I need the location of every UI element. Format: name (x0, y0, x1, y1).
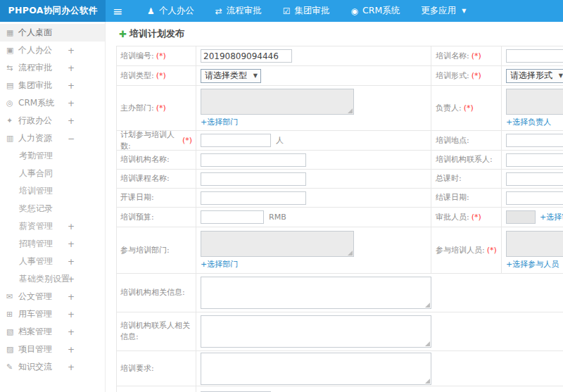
form-row: 主办部门: (*) +选择部门 负责人: (*) +选择负责人 (117, 86, 563, 131)
training-number-input[interactable] (201, 49, 292, 63)
nav-personal-office[interactable]: ♟ 个人办公 (137, 0, 205, 22)
planned-count-input[interactable] (201, 134, 271, 147)
sidebar-item-label: 档案管理 (18, 326, 52, 338)
total-hours-input[interactable] (506, 172, 563, 186)
sidebar-item-hr-contract[interactable]: 人事合同 (0, 165, 105, 182)
sidebar-item-personnel-management[interactable]: 人事管理 + (0, 253, 105, 270)
sidebar-item-human-resources[interactable]: ▥ 人力资源 − (0, 129, 105, 147)
expand-plus-icon[interactable]: + (68, 81, 75, 91)
form-row: 培训课程名称: 总课时: (117, 170, 563, 189)
sidebar-item-training-management[interactable]: 培训管理 (0, 182, 105, 200)
label-cell: 参与培训人员: (*) (431, 227, 502, 274)
expand-plus-icon[interactable]: + (68, 116, 75, 126)
end-date-input[interactable] (506, 191, 563, 205)
training-mode-select[interactable]: 请选择形式 ▼ (506, 69, 563, 83)
required-mark: (*) (487, 246, 497, 255)
org-contact-info-textarea[interactable] (201, 315, 431, 348)
expand-plus-icon[interactable]: + (68, 274, 75, 284)
expand-plus-icon[interactable]: + (68, 63, 75, 73)
select-department-link[interactable]: +选择部门 (201, 117, 238, 127)
select-join-department-link[interactable]: +选择部门 (201, 259, 238, 270)
expand-plus-icon[interactable]: + (68, 292, 75, 302)
field-label: 培训机构联系人: (436, 154, 493, 165)
expand-plus-icon[interactable]: + (68, 362, 75, 372)
expand-plus-icon[interactable]: + (68, 327, 75, 337)
nav-workflow-approval[interactable]: ⇄ 流程审批 (205, 0, 272, 22)
start-date-input[interactable] (201, 191, 306, 205)
label-cell: 培训预算: (117, 208, 196, 227)
expand-plus-icon[interactable]: + (68, 99, 75, 108)
sidebar-item-label: 薪资管理 (19, 220, 53, 232)
training-type-select[interactable]: 请选择类型 ▼ (201, 69, 261, 83)
collapse-minus-icon[interactable]: − (68, 134, 75, 144)
training-name-input[interactable] (506, 49, 563, 63)
field-label: 审批人员: (436, 212, 469, 223)
chevron-down-icon: ▼ (559, 72, 563, 79)
org-name-input[interactable] (201, 153, 306, 167)
location-input[interactable] (506, 134, 563, 147)
sidebar-item-vehicle-management[interactable]: ⊞ 用车管理 + (0, 305, 105, 323)
field-cell (502, 189, 563, 208)
group-icon: ▤ (6, 81, 18, 90)
sidebar-item-salary-management[interactable]: 薪资管理 + (0, 217, 105, 235)
join-people-textarea[interactable] (506, 231, 563, 257)
nav-crm-system[interactable]: ◉ CRM系统 (341, 0, 411, 22)
sidebar-item-attendance-management[interactable]: 考勤管理 (0, 147, 105, 165)
course-name-input[interactable] (201, 172, 306, 186)
sidebar-item-admin-office[interactable]: ✦ 行政办公 + (0, 112, 105, 129)
select-leader-link[interactable]: +选择负责人 (506, 117, 551, 127)
field-label: 培训要求: (120, 363, 154, 374)
expand-plus-icon[interactable]: + (68, 239, 75, 249)
person-icon: ♟ (147, 6, 155, 16)
budget-input[interactable] (201, 210, 264, 224)
expand-plus-icon[interactable]: + (68, 310, 75, 320)
sidebar-item-recruitment-management[interactable]: 招聘管理 + (0, 235, 105, 253)
field-cell: +选择部门 (196, 86, 431, 131)
org-info-textarea[interactable] (201, 277, 431, 309)
sidebar-item-knowledge-exchange[interactable]: ✎ 知识交流 + (0, 358, 105, 376)
org-contact-input[interactable] (506, 153, 563, 167)
label-cell: 结课日期: (431, 189, 502, 208)
field-label: 负责人: (436, 103, 462, 114)
nav-group-approval[interactable]: ☑ 集团审批 (272, 0, 341, 22)
select-join-people-link[interactable]: +选择参与人员 (506, 259, 559, 270)
sidebar-item-personal-desktop[interactable]: ▦ 个人桌面 (0, 24, 105, 42)
approver-input[interactable] (506, 210, 536, 224)
flow-icon: ⇆ (6, 63, 18, 72)
sidebar-item-project-management[interactable]: ▨ 项目管理 + (0, 341, 105, 358)
sidebar-item-crm-system[interactable]: ◎ CRM系统 + (0, 94, 105, 112)
field-label: 培训类型: (120, 70, 154, 82)
sidebar-item-base-category-settings[interactable]: 基础类别设置 + (0, 270, 105, 288)
expand-plus-icon[interactable]: + (68, 345, 75, 355)
field-cell: +选择部门 (196, 227, 431, 274)
sidebar-item-workflow-approval[interactable]: ⇆ 流程审批 + (0, 59, 105, 77)
textarea-wrap (201, 353, 431, 385)
host-department-textarea[interactable] (201, 89, 354, 115)
leader-textarea[interactable] (506, 89, 563, 115)
menu-toggle-icon[interactable]: ≡ (106, 0, 129, 22)
required-mark: (*) (472, 213, 481, 222)
crm-icon: ◉ (351, 6, 358, 16)
sidebar-item-personal-office[interactable]: ▣ 个人办公 + (0, 42, 105, 59)
expand-plus-icon[interactable]: + (68, 257, 75, 267)
field-label: 培训机构相关信息: (120, 287, 185, 298)
sidebar-item-reward-punishment[interactable]: 奖惩记录 (0, 200, 105, 217)
office-icon: ▣ (6, 46, 18, 55)
expand-plus-icon[interactable]: + (68, 46, 75, 56)
form-row: 培训类型: (*) 请选择类型 ▼ 培训形式: (*) 请选择形式 ▼ (117, 66, 563, 86)
expand-plus-icon[interactable]: + (68, 222, 75, 232)
requirements-textarea[interactable] (201, 353, 431, 385)
field-cell (196, 274, 563, 312)
sidebar-item-archive-management[interactable]: ▧ 档案管理 + (0, 323, 105, 341)
selected-option: 请选择形式 (510, 70, 552, 82)
field-cell (196, 46, 431, 66)
selected-option: 请选择类型 (205, 70, 247, 82)
select-approver-link[interactable]: +选择审批人员 (540, 212, 563, 222)
sidebar-item-group-approval[interactable]: ▤ 集团审批 + (0, 77, 105, 94)
page-layout: ▦ 个人桌面 ▣ 个人办公 + ⇆ 流程审批 + ▤ 集团审批 + ◎ CRM系… (0, 22, 563, 392)
join-department-textarea[interactable] (201, 231, 354, 257)
sidebar-item-label: 用车管理 (18, 308, 52, 320)
sidebar-item-document-management[interactable]: ✉ 公文管理 + (0, 288, 105, 305)
field-label: 培训地点: (436, 135, 469, 146)
nav-more-apps[interactable]: 更多应用 ▼ (410, 0, 476, 22)
